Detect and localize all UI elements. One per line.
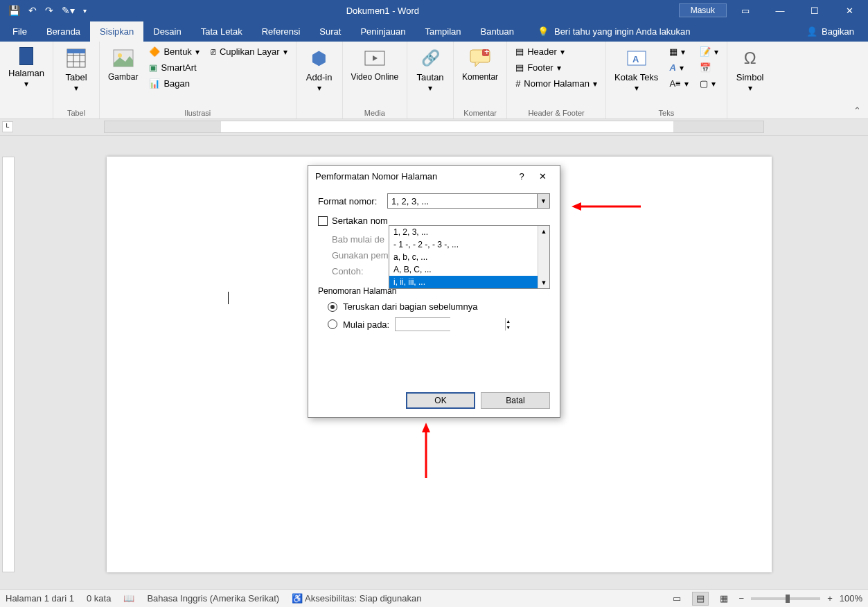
simbol-button[interactable]: Ω Simbol▾ xyxy=(733,44,768,107)
sertakan-checkbox[interactable] xyxy=(318,216,328,226)
signin-button[interactable]: Masuk xyxy=(679,3,727,17)
ok-button[interactable]: OK xyxy=(406,392,475,409)
spinner-up-icon[interactable]: ▲ xyxy=(506,318,511,324)
share-label: Bagikan xyxy=(822,26,854,37)
addin-button[interactable]: ⬢ Add-in▾ xyxy=(302,44,337,107)
dropcap-icon: A≡ xyxy=(669,78,680,89)
tautan-button[interactable]: 🔗 Tautan▾ xyxy=(413,44,448,107)
date-button[interactable]: 📅 xyxy=(697,60,721,75)
sig-button[interactable]: 📝▾ xyxy=(697,44,721,59)
accessibility-status[interactable]: ♿ Aksesibilitas: Siap digunakan xyxy=(292,593,421,604)
document-title: Dokumen1 - Word xyxy=(87,6,679,16)
tab-sisipkan[interactable]: Sisipkan xyxy=(90,21,143,42)
close-icon[interactable]: ✕ xyxy=(833,0,865,21)
format-nomor-combo[interactable]: 1, 2, 3, ... ▼ xyxy=(387,193,550,209)
dropdown-option[interactable]: 1, 2, 3, ... xyxy=(389,226,549,238)
quickparts-icon: ▦ xyxy=(669,46,677,57)
spinner-down-icon[interactable]: ▼ xyxy=(506,324,511,331)
chevron-down-icon[interactable]: ▼ xyxy=(537,194,549,208)
zoom-out-icon[interactable]: − xyxy=(739,593,745,604)
scroll-down-icon[interactable]: ▼ xyxy=(538,277,549,288)
print-layout-icon[interactable]: ▤ xyxy=(692,592,709,606)
halaman-label: Halaman xyxy=(8,68,44,78)
dropdown-option[interactable]: i, ii, iii, ... xyxy=(389,276,549,288)
redo-icon[interactable]: ↷ xyxy=(45,5,53,16)
wordart-button[interactable]: A▾ xyxy=(666,60,691,75)
ruler-corner[interactable]: L xyxy=(2,121,13,132)
save-icon[interactable]: 💾 xyxy=(8,5,20,16)
kotak-teks-button[interactable]: A Kotak Teks▾ xyxy=(612,44,661,107)
footer-button[interactable]: ▤Footer▾ xyxy=(513,60,600,75)
bagan-button[interactable]: 📊Bagan xyxy=(146,76,202,91)
tabel-button[interactable]: Tabel▾ xyxy=(59,44,94,107)
object-button[interactable]: ▢▾ xyxy=(697,76,721,91)
collapse-ribbon-icon[interactable]: ⌃ xyxy=(853,105,861,116)
dropdown-option[interactable]: a, b, c, ... xyxy=(389,251,549,263)
format-nomor-dropdown: 1, 2, 3, ... - 1 -, - 2 -, - 3 -, ... a,… xyxy=(389,225,550,289)
customize-icon[interactable]: ✎▾ xyxy=(62,5,75,16)
share-button[interactable]: 👤 Bagikan xyxy=(806,26,868,37)
word-count[interactable]: 0 kata xyxy=(87,593,111,604)
read-mode-icon[interactable]: ▭ xyxy=(668,592,685,606)
undo-icon[interactable]: ↶ xyxy=(28,5,37,16)
table-icon xyxy=(65,47,87,69)
tell-me-search[interactable]: 💡 Beri tahu yang ingin Anda lakukan xyxy=(538,26,691,37)
accessibility-label: Aksesibilitas: Siap digunakan xyxy=(305,593,421,604)
dropdown-option[interactable]: - 1 -, - 2 -, - 3 -, ... xyxy=(389,238,549,251)
nomor-halaman-button[interactable]: #Nomor Halaman▾ xyxy=(513,76,600,91)
nomor-halaman-label: Nomor Halaman xyxy=(524,78,590,89)
tab-peninjauan[interactable]: Peninjauan xyxy=(351,21,415,42)
dialog-help-icon[interactable]: ? xyxy=(511,171,532,182)
cuplikan-button[interactable]: ⎚Cuplikan Layar▾ xyxy=(208,44,290,59)
horizontal-ruler[interactable] xyxy=(104,121,764,133)
dialog-titlebar: Pemformatan Nomor Halaman ? ✕ xyxy=(308,166,560,186)
vertical-ruler[interactable] xyxy=(0,136,17,589)
header-label: Header xyxy=(527,46,557,57)
tab-referensi[interactable]: Referensi xyxy=(252,21,310,42)
ruler-area: L xyxy=(0,119,868,136)
annotation-arrow xyxy=(572,200,641,215)
mulai-pada-radio[interactable] xyxy=(328,319,337,329)
tab-tampilan[interactable]: Tampilan xyxy=(416,21,471,42)
bentuk-button[interactable]: 🔶Bentuk▾ xyxy=(146,44,202,59)
komentar-button[interactable]: + Komentar xyxy=(459,44,501,107)
gambar-button[interactable]: Gambar xyxy=(105,44,141,107)
zoom-slider[interactable] xyxy=(751,597,820,600)
halaman-button[interactable]: Halaman▾ xyxy=(6,44,47,107)
tab-tata-letak[interactable]: Tata Letak xyxy=(191,21,252,42)
minimize-icon[interactable]: — xyxy=(764,0,796,21)
screenshot-icon: ⎚ xyxy=(211,46,216,57)
tab-desain[interactable]: Desain xyxy=(143,21,191,42)
dialog-close-icon[interactable]: ✕ xyxy=(532,171,553,182)
format-nomor-value: 1, 2, 3, ... xyxy=(391,196,429,206)
tab-surat[interactable]: Surat xyxy=(310,21,351,42)
quick-access-toolbar: 💾 ↶ ↷ ✎▾ ▾ xyxy=(0,5,87,16)
batal-button[interactable]: Batal xyxy=(481,392,550,409)
zoom-level[interactable]: 100% xyxy=(840,593,862,604)
mulai-pada-spinner[interactable]: ▲▼ xyxy=(395,317,450,331)
dropdown-option[interactable]: A, B, C, ... xyxy=(389,263,549,276)
video-label: Video Online xyxy=(351,72,399,82)
tab-bantuan[interactable]: Bantuan xyxy=(471,21,524,42)
tab-file[interactable]: File xyxy=(3,21,37,42)
language-status[interactable]: Bahasa Inggris (Amerika Serikat) xyxy=(147,593,279,604)
dropcap-button[interactable]: A≡▾ xyxy=(666,76,691,91)
header-button[interactable]: ▤Header▾ xyxy=(513,44,600,59)
zoom-in-icon[interactable]: + xyxy=(827,593,833,604)
tell-me-label: Beri tahu yang ingin Anda lakukan xyxy=(554,26,691,37)
ribbon-display-icon[interactable]: ▭ xyxy=(729,0,761,21)
video-button[interactable]: Video Online xyxy=(348,44,402,107)
svg-marker-18 xyxy=(422,423,430,432)
ilustrasi-group-label: Ilustrasi xyxy=(105,107,290,117)
maximize-icon[interactable]: ☐ xyxy=(799,0,831,21)
page-count[interactable]: Halaman 1 dari 1 xyxy=(6,593,74,604)
tab-beranda[interactable]: Beranda xyxy=(37,21,90,42)
dropdown-scrollbar[interactable]: ▲ ▼ xyxy=(538,226,549,288)
mulai-pada-input[interactable] xyxy=(396,318,505,331)
smartart-button[interactable]: ▣SmartArt xyxy=(146,60,202,75)
scroll-up-icon[interactable]: ▲ xyxy=(538,226,549,237)
quickparts-button[interactable]: ▦▾ xyxy=(666,44,691,59)
teruskan-radio[interactable] xyxy=(328,302,337,312)
web-layout-icon[interactable]: ▦ xyxy=(716,592,732,606)
spellcheck-icon[interactable]: 📖 xyxy=(123,593,134,604)
